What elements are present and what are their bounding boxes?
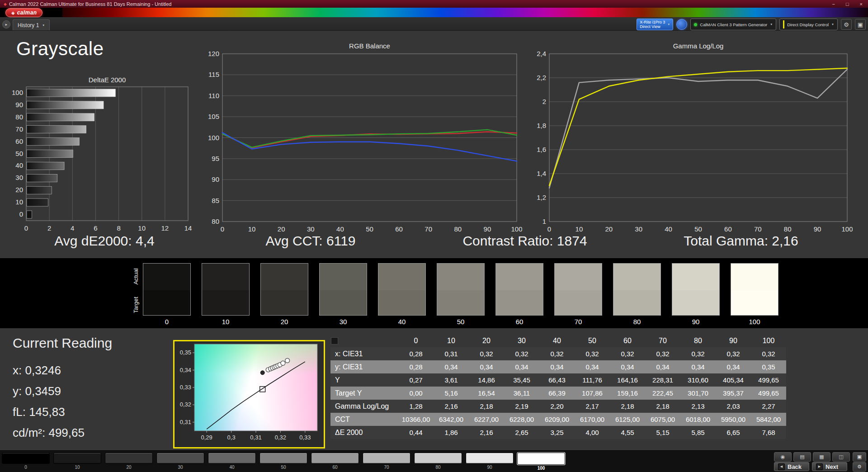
svg-text:100: 100 bbox=[12, 89, 23, 96]
cie-chart: 0,290,30,310,320,330,310,320,330,340,35 bbox=[175, 341, 324, 447]
pattern-button-70[interactable]: 70 bbox=[363, 453, 410, 471]
window-icon: ▣ bbox=[858, 21, 863, 28]
settings-button[interactable]: ⚙ bbox=[841, 19, 852, 30]
meter-status-icon[interactable] bbox=[676, 19, 687, 30]
gray-swatch-40: 40 bbox=[378, 263, 426, 326]
chevron-down-icon: ▼ bbox=[667, 23, 670, 26]
pattern-button-90[interactable]: 90 bbox=[466, 453, 514, 471]
meter-selector[interactable]: X-Rite i1Pro 3 Direct View ▼ bbox=[637, 19, 673, 30]
pattern-button-50[interactable]: 50 bbox=[259, 453, 307, 471]
svg-text:40: 40 bbox=[15, 161, 23, 169]
gear-icon: ⚙ bbox=[844, 21, 849, 28]
window-controls: − □ × bbox=[832, 1, 863, 7]
svg-text:0: 0 bbox=[19, 210, 23, 218]
table-corner bbox=[330, 335, 398, 347]
back-icon: ◀ bbox=[778, 463, 785, 470]
svg-text:14: 14 bbox=[184, 224, 192, 232]
display-control-selector[interactable]: Direct Display Control ▼ bbox=[779, 19, 838, 30]
back-label: Back bbox=[788, 463, 802, 470]
svg-text:50: 50 bbox=[366, 225, 373, 233]
svg-text:60: 60 bbox=[395, 225, 403, 233]
chevron-down-icon: ▼ bbox=[831, 23, 834, 26]
svg-text:12: 12 bbox=[161, 224, 169, 232]
gray-swatch-30: 30 bbox=[319, 263, 367, 326]
gray-swatch-80: 80 bbox=[613, 263, 661, 326]
pattern-button-40[interactable]: 40 bbox=[208, 453, 256, 471]
table-row: x: CIE310,280,310,320,320,320,320,320,32… bbox=[330, 347, 786, 360]
svg-text:20: 20 bbox=[278, 225, 285, 233]
swatch-row: 0102030405060708090100 bbox=[143, 263, 778, 326]
svg-text:110: 110 bbox=[208, 92, 219, 99]
window-icon: ▣ bbox=[857, 454, 862, 460]
table-row: CCT10366,006342,006227,006228,006209,006… bbox=[330, 413, 786, 426]
svg-text:80: 80 bbox=[784, 225, 792, 233]
calman-logo-icon: ◈ bbox=[11, 10, 15, 15]
svg-text:0,33: 0,33 bbox=[299, 434, 311, 441]
svg-text:0: 0 bbox=[547, 225, 551, 233]
actual-label: Actual bbox=[132, 263, 139, 290]
table-row: y: CIE310,280,340,340,340,340,340,340,34… bbox=[330, 360, 786, 373]
pattern-button-80[interactable]: 80 bbox=[414, 453, 462, 471]
svg-text:0,33: 0,33 bbox=[180, 384, 191, 391]
app-logo-icon: ◆ bbox=[4, 2, 7, 6]
layout-button[interactable]: ◫ bbox=[832, 452, 850, 462]
pattern-button-60[interactable]: 60 bbox=[311, 453, 359, 471]
pattern-window-button[interactable]: ▣ bbox=[853, 452, 866, 462]
pattern-button-0[interactable]: 0 bbox=[2, 453, 50, 471]
reading-y: y: 0,3459 bbox=[13, 381, 112, 401]
svg-text:0: 0 bbox=[221, 225, 224, 233]
history-nav-button[interactable]: ▸ bbox=[2, 20, 10, 28]
table-col-header-80: 80 bbox=[680, 335, 716, 347]
svg-text:100: 100 bbox=[208, 134, 219, 142]
reading-cdm2: cd/m²: 499,65 bbox=[13, 422, 112, 443]
pattern-generator-label: CalMAN Client 3 Pattern Generator bbox=[700, 22, 767, 27]
pattern-button-100[interactable]: 100 bbox=[517, 453, 565, 471]
capture-button[interactable]: ◉ bbox=[774, 452, 792, 462]
pattern-generator-selector[interactable]: CalMAN Client 3 Pattern Generator ▼ bbox=[690, 19, 776, 30]
pattern-button-30[interactable]: 30 bbox=[156, 453, 204, 471]
maximize-button[interactable]: □ bbox=[846, 1, 849, 7]
next-icon: ▶ bbox=[816, 463, 823, 470]
gray-swatch-0: 0 bbox=[143, 263, 191, 326]
table-row: Gamma Log/Log1,282,162,182,192,202,172,1… bbox=[330, 400, 786, 413]
bottom-panel: Current Reading x: 0,3246 y: 0,3459 fL: … bbox=[0, 328, 868, 450]
gray-swatch-60: 60 bbox=[495, 263, 543, 326]
window-title: Calman 2022 Calman Ultimate for Business… bbox=[9, 1, 832, 7]
svg-text:80: 80 bbox=[15, 113, 23, 121]
svg-text:0,29: 0,29 bbox=[201, 434, 212, 441]
save-button[interactable]: ▦ bbox=[813, 452, 830, 462]
workspace-button[interactable]: ▣ bbox=[855, 19, 866, 30]
report-button[interactable]: ▤ bbox=[793, 452, 811, 462]
minimize-button[interactable]: − bbox=[832, 1, 835, 7]
contrast-ratio-stat: Contrast Ratio: 1874 bbox=[462, 233, 587, 249]
svg-text:50: 50 bbox=[15, 150, 23, 157]
chevron-down-icon: ▼ bbox=[770, 23, 773, 26]
table-col-header-70: 70 bbox=[645, 335, 680, 347]
pattern-level-bar: 0102030405060708090100 bbox=[2, 453, 565, 471]
svg-text:20: 20 bbox=[605, 225, 613, 233]
accent-bar bbox=[783, 20, 784, 28]
svg-text:30: 30 bbox=[635, 225, 642, 233]
footer-bar: 0102030405060708090100 ◉▤▦◫ ◀ Back ▶ Nex… bbox=[0, 450, 868, 472]
svg-text:0,32: 0,32 bbox=[275, 434, 286, 441]
calman-logo[interactable]: ◈ calman bbox=[5, 8, 42, 17]
gray-swatch-100: 100 bbox=[731, 263, 778, 326]
close-button[interactable]: × bbox=[860, 1, 863, 7]
next-button[interactable]: ▶ Next bbox=[812, 462, 847, 471]
tab-history-1[interactable]: History 1 ▼ bbox=[13, 19, 50, 30]
footer-settings-button[interactable]: ⚙ bbox=[853, 462, 866, 472]
avg-de2000-stat: Avg dE2000: 4,4 bbox=[54, 233, 154, 249]
pattern-button-10[interactable]: 10 bbox=[53, 453, 101, 471]
svg-text:90: 90 bbox=[814, 225, 821, 233]
svg-text:90: 90 bbox=[15, 101, 23, 109]
deltae-bar-chart: DeltaE 200002468101214100908070605040302… bbox=[8, 76, 207, 235]
back-button[interactable]: ◀ Back bbox=[774, 462, 809, 471]
pattern-button-20[interactable]: 20 bbox=[105, 453, 153, 471]
table-col-header-20: 20 bbox=[469, 335, 504, 347]
svg-text:0,31: 0,31 bbox=[250, 434, 261, 441]
svg-text:70: 70 bbox=[754, 225, 762, 233]
svg-text:10: 10 bbox=[248, 225, 256, 233]
svg-text:105: 105 bbox=[208, 113, 219, 120]
svg-text:0,32: 0,32 bbox=[180, 401, 191, 408]
svg-text:DeltaE 2000: DeltaE 2000 bbox=[89, 76, 126, 84]
